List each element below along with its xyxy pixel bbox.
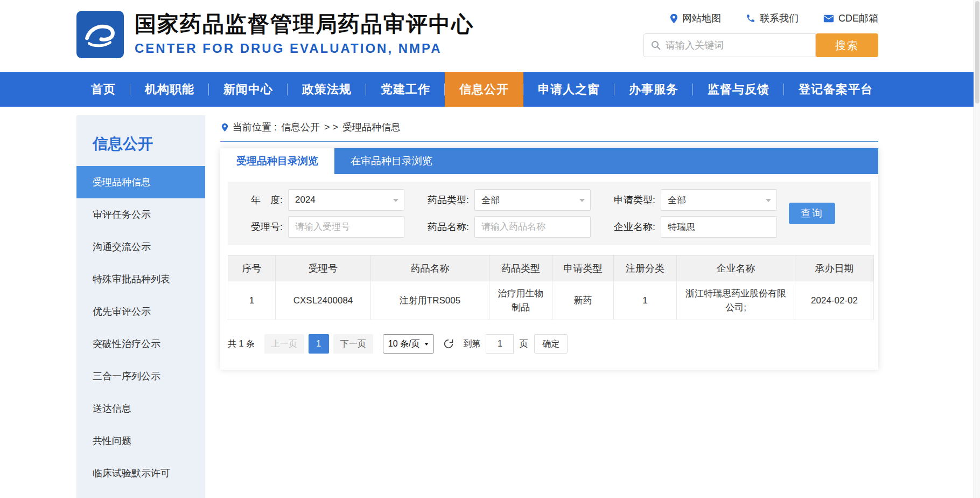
table-row: 1 CXSL2400084 注射用TRS005 治疗用生物制品 新药 1 浙江特… — [228, 281, 874, 320]
col-header-reg-class: 注册分类 — [614, 255, 677, 281]
apply-type-select[interactable]: 全部 — [661, 189, 777, 211]
confirm-button[interactable]: 确定 — [534, 334, 568, 354]
col-header-accept-no: 受理号 — [276, 255, 371, 281]
goto-page-unit: 页 — [519, 338, 528, 350]
site-title: 国家药品监督管理局药品审评中心 — [135, 11, 474, 37]
filter-panel: 年 度: 2024 药品类型: 全部 申请类型: 全部 — [228, 182, 871, 245]
nav-item-info-disclosure[interactable]: 信息公开 — [445, 72, 523, 107]
breadcrumb: 当前位置 : 信息公开 > > 受理品种信息 — [220, 115, 878, 142]
cell-drug-name: 注射用TRS005 — [371, 281, 489, 320]
col-header-drug-type: 药品类型 — [489, 255, 552, 281]
nav-item-services[interactable]: 办事服务 — [614, 72, 693, 107]
drug-name-input[interactable] — [474, 216, 591, 238]
table-header-row: 序号 受理号 药品名称 药品类型 申请类型 注册分类 企业名称 承办日期 — [228, 255, 874, 281]
cell-reg-class: 1 — [614, 281, 677, 320]
contact-label: 联系我们 — [760, 12, 799, 25]
quick-links: 网站地图 联系我们 CDE邮箱 — [643, 12, 878, 25]
accept-no-label: 受理号: — [236, 220, 283, 233]
col-header-company: 企业名称 — [677, 255, 795, 281]
pagination-total: 共 1 条 — [228, 338, 255, 350]
col-header-index: 序号 — [228, 255, 276, 281]
sidebar-title: 信息公开 — [76, 115, 205, 166]
cell-apply-type: 新药 — [552, 281, 614, 320]
nav-item-news[interactable]: 新闻中心 — [209, 72, 288, 107]
breadcrumb-separator: > > — [324, 122, 338, 133]
col-header-apply-type: 申请类型 — [552, 255, 614, 281]
drug-name-label: 药品名称: — [404, 220, 469, 233]
tab-under-review-catalog[interactable]: 在审品种目录浏览 — [334, 148, 449, 174]
company-input[interactable] — [661, 216, 777, 238]
search-button[interactable]: 搜索 — [816, 33, 878, 57]
cell-accept-no: CXSL2400084 — [276, 281, 371, 320]
pagination: 共 1 条 上一页 1 下一页 10 条/页 到第 页 确定 — [228, 334, 871, 354]
scrollbar — [974, 0, 980, 498]
cell-company: 浙江特瑞思药业股份有限公司; — [677, 281, 795, 320]
nav-item-policy[interactable]: 政策法规 — [288, 72, 366, 107]
cde-logo[interactable] — [76, 11, 124, 58]
sidebar-item-priority-review[interactable]: 优先审评公示 — [76, 295, 205, 328]
prev-page-button[interactable]: 上一页 — [264, 334, 304, 354]
top-header: 国家药品监督管理局药品审评中心 CENTER FOR DRUG EVALUATI… — [0, 0, 980, 72]
page-number-button[interactable]: 1 — [309, 334, 329, 354]
nav-item-party[interactable]: 党建工作 — [366, 72, 445, 107]
sidebar-item-communication[interactable]: 沟通交流公示 — [76, 231, 205, 263]
sidebar-item-three-in-one[interactable]: 三合一序列公示 — [76, 360, 205, 392]
page-size-select[interactable]: 10 条/页 — [383, 334, 435, 354]
breadcrumb-section-link[interactable]: 信息公开 — [281, 121, 320, 134]
nav-item-registration-platform[interactable]: 登记备案平台 — [784, 72, 887, 107]
year-label: 年 度: — [236, 193, 283, 206]
mailbox-link[interactable]: CDE邮箱 — [823, 12, 878, 25]
company-label: 企业名称: — [591, 220, 655, 233]
year-select-value: 2024 — [295, 195, 316, 205]
nav-item-functions[interactable]: 机构职能 — [130, 72, 209, 107]
next-page-button[interactable]: 下一页 — [333, 334, 373, 354]
sidebar-item-review-tasks[interactable]: 审评任务公示 — [76, 198, 205, 231]
chevron-down-icon — [424, 343, 429, 345]
breadcrumb-pin-icon — [221, 123, 228, 132]
nav-item-supervision[interactable]: 监督与反馈 — [693, 72, 784, 107]
sidebar-item-accepted-varieties[interactable]: 受理品种信息 — [76, 166, 205, 198]
col-header-drug-name: 药品名称 — [371, 255, 489, 281]
year-select[interactable]: 2024 — [288, 189, 404, 211]
breadcrumb-current: 受理品种信息 — [342, 121, 401, 134]
cell-drug-type: 治疗用生物制品 — [489, 281, 552, 320]
phone-icon — [746, 13, 755, 23]
sitemap-link[interactable]: 网站地图 — [670, 12, 721, 25]
page-size-value: 10 条/页 — [388, 338, 420, 350]
sidebar-item-delivery-info[interactable]: 送达信息 — [76, 392, 205, 425]
chevron-down-icon — [579, 199, 585, 202]
search-box — [643, 33, 816, 57]
nav-item-applicant[interactable]: 申请人之窗 — [523, 72, 614, 107]
mailbox-label: CDE邮箱 — [838, 12, 878, 25]
query-button[interactable]: 查询 — [789, 203, 835, 224]
drug-type-select-value: 全部 — [481, 194, 500, 206]
main-nav: 首页 机构职能 新闻中心 政策法规 党建工作 信息公开 申请人之窗 办事服务 监… — [0, 72, 980, 107]
cde-logo-icon — [76, 11, 124, 58]
refresh-icon — [443, 338, 454, 350]
drug-type-select[interactable]: 全部 — [474, 189, 591, 211]
scrollbar-thumb[interactable] — [975, 1, 979, 103]
tabbar: 受理品种目录浏览 在审品种目录浏览 — [220, 148, 878, 174]
col-header-date: 承办日期 — [795, 255, 874, 281]
refresh-button[interactable] — [443, 338, 454, 350]
results-table: 序号 受理号 药品名称 药品类型 申请类型 注册分类 企业名称 承办日期 1 C… — [228, 255, 874, 320]
sidebar-item-breakthrough-therapy[interactable]: 突破性治疗公示 — [76, 328, 205, 360]
tab-accepted-catalog[interactable]: 受理品种目录浏览 — [220, 148, 334, 174]
accept-no-input[interactable] — [288, 216, 404, 238]
nav-item-home[interactable]: 首页 — [76, 72, 130, 107]
site-subtitle: CENTER FOR DRUG EVALUATION, NMPA — [135, 41, 474, 56]
goto-page-label: 到第 — [463, 338, 480, 350]
sidebar-item-special-approval[interactable]: 特殊审批品种列表 — [76, 263, 205, 295]
cell-index: 1 — [228, 281, 276, 320]
sidebar-item-clinical-trial-license[interactable]: 临床试验默示许可 — [76, 457, 205, 489]
location-pin-icon — [670, 13, 678, 24]
goto-page-input[interactable] — [486, 334, 514, 354]
sidebar: 信息公开 受理品种信息 审评任务公示 沟通交流公示 特殊审批品种列表 优先审评公… — [76, 115, 205, 498]
sidebar-item-marketed-drugs[interactable]: 上市药品信息 — [76, 489, 205, 498]
drug-type-label: 药品类型: — [404, 193, 469, 206]
search-icon — [650, 40, 661, 51]
contact-link[interactable]: 联系我们 — [746, 12, 799, 25]
search-input[interactable] — [666, 40, 809, 51]
sidebar-item-common-issues[interactable]: 共性问题 — [76, 425, 205, 457]
cell-date: 2024-02-02 — [795, 281, 874, 320]
